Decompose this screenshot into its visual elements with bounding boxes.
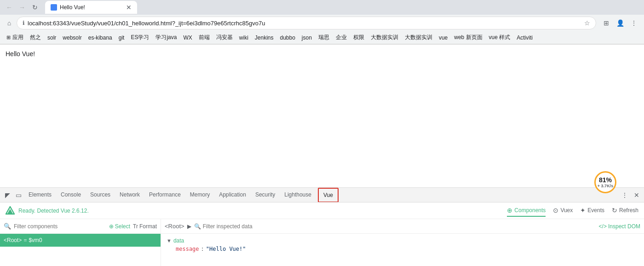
- omnibox-actions: ☆: [584, 19, 590, 27]
- bookmark-apps[interactable]: ⊞ 应用: [4, 33, 26, 42]
- speed-percent: 81%: [599, 176, 612, 184]
- tab-memory[interactable]: Memory: [185, 188, 214, 202]
- tab-console[interactable]: Console: [56, 188, 86, 202]
- bookmark-label: 冯安基: [216, 34, 233, 41]
- bookmark-label: 然之: [30, 34, 41, 41]
- home-button[interactable]: ⌂: [4, 17, 15, 29]
- bookmark-feng[interactable]: 冯安基: [213, 33, 236, 42]
- tab-bar: ← → ↻ Hello Vue! ✕: [0, 0, 644, 15]
- hello-vue-text: Hello Vue!: [6, 50, 35, 58]
- inspect-dom-button[interactable]: </> Inspect DOM: [599, 223, 640, 230]
- bookmark-label: 前端: [199, 34, 210, 41]
- tab-lighthouse[interactable]: Lighthouse: [280, 188, 316, 202]
- devtools-panel: ◤ ▭ Elements Console Sources Network Per…: [0, 187, 644, 266]
- bookmark-qiye[interactable]: 企业: [333, 33, 350, 42]
- bookmark-label: web 新页面: [454, 34, 482, 41]
- select-button[interactable]: ⊕ Select: [109, 223, 130, 230]
- bookmark-icon[interactable]: ☆: [584, 19, 590, 27]
- bookmark-bigdata2[interactable]: 大数据实训: [402, 33, 435, 42]
- more-button[interactable]: ⋮: [627, 17, 640, 29]
- more-tools-button[interactable]: ⋮: [619, 190, 630, 201]
- bookmark-java[interactable]: 学习java: [153, 33, 179, 42]
- format-button[interactable]: Tr Format: [133, 223, 157, 230]
- tab-elements[interactable]: Elements: [24, 188, 56, 202]
- tab-application[interactable]: Application: [214, 188, 251, 202]
- profile-button[interactable]: 👤: [614, 17, 627, 29]
- bookmark-quanxian[interactable]: 权限: [351, 33, 367, 42]
- tab-close-button[interactable]: ✕: [126, 4, 132, 11]
- back-button[interactable]: ←: [4, 2, 15, 13]
- bookmark-ruisi[interactable]: 瑞思: [316, 33, 332, 42]
- bookmark-label: 学习java: [155, 34, 177, 41]
- inspected-search: 🔍: [194, 223, 596, 230]
- tab-network[interactable]: Network: [115, 188, 144, 202]
- component-var: $vm0: [29, 237, 42, 243]
- bookmark-json[interactable]: json: [299, 34, 315, 42]
- speed-kbs: + 3.7K/s: [598, 184, 613, 188]
- bookmark-vue[interactable]: vue: [436, 34, 450, 42]
- device-toggle-button[interactable]: ▭: [13, 190, 24, 201]
- reload-button[interactable]: ↻: [29, 2, 40, 13]
- bookmark-websolr[interactable]: websolr: [60, 34, 84, 42]
- vue-subtab-components[interactable]: ⊕ Components: [507, 205, 546, 217]
- data-section-label: data: [173, 237, 184, 244]
- bookmark-wiki[interactable]: wiki: [236, 34, 251, 42]
- bookmark-es[interactable]: ES学习: [128, 33, 152, 42]
- bookmark-vuestyle[interactable]: vue 样式: [486, 33, 513, 42]
- bookmark-eskibana[interactable]: es-kibana: [86, 34, 115, 42]
- bookmark-frontend[interactable]: 前端: [196, 33, 213, 42]
- bookmark-label: vue 样式: [489, 34, 511, 41]
- bookmark-label: ES学习: [131, 34, 149, 41]
- browser-tab[interactable]: Hello Vue! ✕: [45, 1, 137, 14]
- tab-sources[interactable]: Sources: [86, 188, 115, 202]
- bookmark-wx[interactable]: WX: [180, 34, 195, 42]
- vue-ready-status: Ready. Detected Vue 2.6.12.: [18, 208, 89, 214]
- bookmark-solr[interactable]: solr: [45, 34, 59, 42]
- bookmark-label: 应用: [12, 34, 23, 41]
- search-icon: 🔍: [4, 223, 11, 230]
- inspected-tag-close: ▶: [187, 223, 191, 230]
- bookmark-activiti[interactable]: Activiti: [514, 34, 535, 42]
- speed-badge: 81% + 3.7K/s: [594, 171, 616, 193]
- bookmark-bigdata1[interactable]: 大数据实训: [368, 33, 401, 42]
- vue-header: Ready. Detected Vue 2.6.12. ⊕ Components…: [0, 202, 644, 219]
- section-arrow: ▼: [167, 238, 172, 243]
- bookmark-jenkins[interactable]: Jenkins: [252, 34, 276, 42]
- vue-right-header: <Root> ▶ 🔍 </> Inspect DOM: [161, 219, 644, 234]
- inspected-filter-input[interactable]: [203, 223, 596, 230]
- events-icon: ✦: [580, 207, 586, 214]
- vue-subtab-events[interactable]: ✦ Events: [580, 205, 604, 217]
- close-devtools-button[interactable]: ✕: [631, 190, 642, 201]
- omnibox[interactable]: ℹ localhost:63343/vueStudy/vue01/ch01_he…: [17, 17, 596, 29]
- select-icon: ⊕: [109, 223, 114, 230]
- apps-icon: ⊞: [6, 35, 11, 40]
- extensions-button[interactable]: ⊞: [600, 17, 613, 29]
- vue-subtabs: ⊕ Components ⊙ Vuex ✦ Events ↻ Refresh: [92, 205, 638, 217]
- address-bar: ⌂ ℹ localhost:63343/vueStudy/vue01/ch01_…: [0, 15, 644, 31]
- bookmarks-bar: ⊞ 应用 然之 solr websolr es-kibana git ES学习 …: [0, 31, 644, 44]
- bookmark-git[interactable]: git: [116, 34, 127, 42]
- refresh-icon: ↻: [612, 207, 617, 214]
- inspect-element-button[interactable]: ◤: [2, 190, 13, 201]
- page-content: Hello Vue!: [0, 45, 644, 187]
- vue-panel: 🔍 ⊕ Select Tr Format <Root> = $vm0: [0, 219, 644, 266]
- vue-subtab-vuex[interactable]: ⊙ Vuex: [553, 205, 573, 217]
- tab-title: Hello Vue!: [60, 4, 123, 11]
- tab-vue[interactable]: Vue: [318, 188, 339, 202]
- vue-left-panel: 🔍 ⊕ Select Tr Format <Root> = $vm0: [0, 219, 161, 266]
- root-component-item[interactable]: <Root> = $vm0: [0, 234, 161, 247]
- bookmark-label: 瑞思: [318, 34, 329, 41]
- component-filter-input[interactable]: [14, 223, 106, 230]
- data-prop-key: message: [176, 246, 199, 252]
- bookmark-web[interactable]: web 新页面: [451, 33, 485, 42]
- tab-performance[interactable]: Performance: [144, 188, 185, 202]
- code-icon: </>: [599, 223, 607, 230]
- bookmark-label: Activiti: [517, 35, 533, 41]
- forward-button[interactable]: →: [17, 2, 28, 13]
- toolbar-icons: ⊞ 👤 ⋮: [600, 17, 640, 29]
- bookmark-rz[interactable]: 然之: [27, 33, 44, 42]
- tab-security[interactable]: Security: [251, 188, 280, 202]
- bookmark-dubbo[interactable]: dubbo: [277, 34, 298, 42]
- vue-subtab-refresh[interactable]: ↻ Refresh: [612, 205, 638, 217]
- bookmark-label: dubbo: [280, 35, 295, 41]
